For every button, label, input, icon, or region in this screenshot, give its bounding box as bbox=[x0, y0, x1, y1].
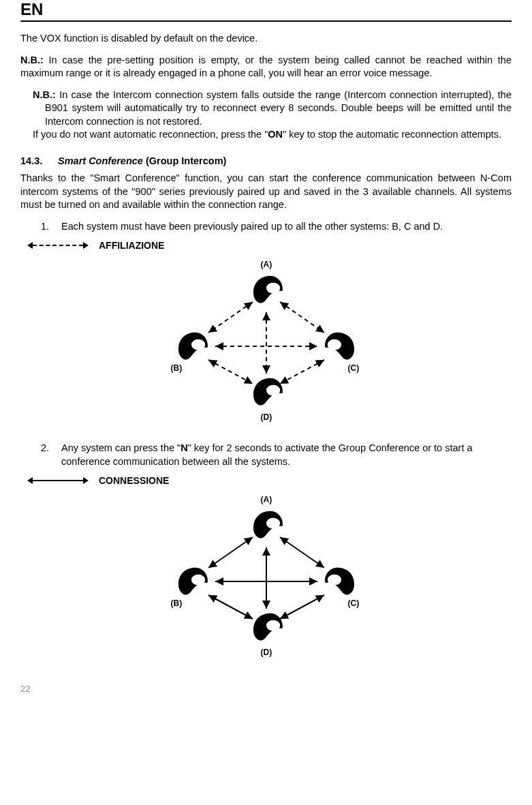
svg-line-13 bbox=[280, 595, 324, 619]
svg-line-1 bbox=[280, 302, 324, 333]
svg-point-19 bbox=[266, 620, 280, 631]
step-2-text: Any system can press the "N" key for 2 s… bbox=[61, 442, 512, 468]
svg-line-0 bbox=[208, 302, 253, 333]
nb1-text: In case the pre-setting position is empt… bbox=[20, 55, 512, 79]
label-a2: (A) bbox=[261, 495, 272, 504]
label-d: (D) bbox=[261, 412, 272, 422]
helmet-icon-b bbox=[172, 328, 210, 366]
connessione-legend: CONNESSIONE bbox=[27, 475, 512, 486]
section-title-italic: Smart Conference bbox=[58, 155, 143, 166]
diagram-affiliazione: (A) (B) (C) (D) bbox=[144, 254, 389, 431]
nb2-line2: If you do not want automatic reconnectio… bbox=[20, 128, 512, 142]
svg-point-16 bbox=[266, 518, 280, 529]
section-heading: 14.3.Smart Conference (Group Intercom) bbox=[20, 155, 512, 166]
paragraph-nb1: N.B.: In case the pre-setting position i… bbox=[20, 54, 512, 80]
nb2-text2a: If you do not want automatic reconnectio… bbox=[33, 129, 268, 140]
svg-line-10 bbox=[208, 537, 253, 568]
section-intro: Thanks to the "Smart Conference" functio… bbox=[20, 172, 512, 212]
nb2-text2b: " key to stop the automatic reconnection… bbox=[283, 129, 501, 140]
helmet-icon-d bbox=[247, 374, 285, 412]
section-title-rest: (Group Intercom) bbox=[143, 155, 226, 166]
nb2-text1: In case the Intercom connection system f… bbox=[45, 89, 512, 127]
connessione-label: CONNESSIONE bbox=[99, 475, 169, 486]
svg-point-9 bbox=[266, 385, 280, 396]
helmet-icon-a2 bbox=[247, 506, 285, 545]
svg-line-3 bbox=[280, 360, 324, 384]
nb1-label: N.B.: bbox=[20, 55, 44, 65]
svg-point-7 bbox=[191, 339, 205, 350]
dashed-arrow-icon bbox=[27, 241, 89, 249]
helmet-icon-b2 bbox=[172, 563, 210, 601]
diagram-connessione: (A) (B) (C) (D) bbox=[144, 489, 389, 667]
step-1: 1. Each system must have been previously… bbox=[41, 220, 512, 234]
section-number: 14.3. bbox=[20, 155, 58, 166]
paragraph-nb2: N.B.: In case the Intercom connection sy… bbox=[20, 89, 512, 142]
label-a: (A) bbox=[261, 260, 272, 269]
step-2-num: 2. bbox=[41, 442, 61, 468]
nb2-label: N.B.: bbox=[33, 89, 56, 100]
svg-line-2 bbox=[208, 360, 253, 384]
page-number: 22 bbox=[20, 684, 512, 694]
paragraph-vox: The VOX function is disabled by default … bbox=[20, 32, 512, 46]
n-key: N bbox=[181, 442, 187, 453]
svg-line-12 bbox=[208, 595, 253, 619]
helmet-icon-c bbox=[322, 328, 360, 366]
helmet-icon-d2 bbox=[247, 609, 285, 647]
svg-point-6 bbox=[266, 283, 280, 294]
helmet-icon-c2 bbox=[322, 563, 360, 601]
svg-line-11 bbox=[280, 537, 324, 568]
solid-arrow-icon bbox=[27, 476, 89, 485]
step2-text-a: Any system can press the " bbox=[61, 442, 181, 453]
on-key: ON bbox=[268, 129, 283, 140]
step-2: 2. Any system can press the "N" key for … bbox=[41, 442, 512, 468]
affiliazione-label: AFFILIAZIONE bbox=[99, 240, 164, 251]
step-1-num: 1. bbox=[41, 220, 61, 234]
label-d2: (D) bbox=[261, 648, 272, 657]
svg-point-17 bbox=[191, 575, 205, 586]
step-1-text: Each system must have been previously pa… bbox=[61, 220, 443, 234]
helmet-icon-a bbox=[247, 271, 285, 309]
page-header: EN bbox=[20, 0, 512, 22]
affiliazione-legend: AFFILIAZIONE bbox=[27, 240, 512, 251]
